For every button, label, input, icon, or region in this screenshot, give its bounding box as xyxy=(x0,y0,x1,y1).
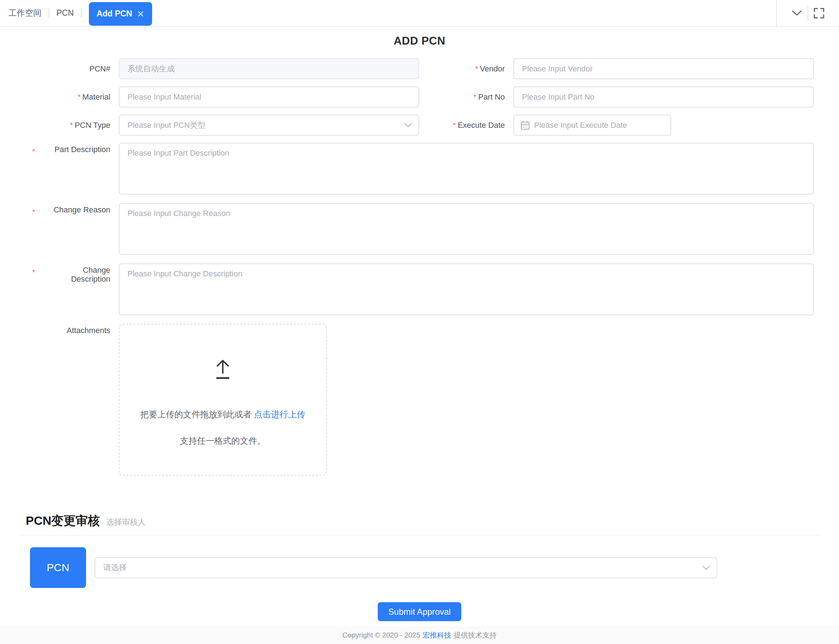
page-footer: Copyright © 2020 - 2025 宏推科技 提供技术支持 xyxy=(0,626,839,644)
upload-icon xyxy=(211,357,235,381)
pcn-number-field-cell xyxy=(119,58,419,79)
copyright-text: Copyright © 2020 - 2025 xyxy=(342,631,420,639)
required-marker: * xyxy=(70,121,73,130)
part-description-label: * Part Description xyxy=(32,143,110,156)
tab-pcn[interactable]: PCN xyxy=(56,8,74,18)
vendor-input[interactable] xyxy=(513,58,814,79)
submit-row: Submit Approval xyxy=(0,602,839,621)
calendar-icon xyxy=(520,121,530,130)
tab-divider xyxy=(81,8,82,18)
part-no-label: *Part No xyxy=(428,86,505,107)
material-label: *Material xyxy=(32,86,110,107)
section-divider xyxy=(20,535,819,536)
required-marker: * xyxy=(453,121,456,130)
part-no-input[interactable] xyxy=(513,86,814,107)
attachments-field-cell: 把要上传的文件拖放到此或者 点击进行上传 支持任一格式的文件。 xyxy=(119,324,814,475)
submit-approval-button[interactable]: Submit Approval xyxy=(378,602,461,621)
required-marker: * xyxy=(32,205,35,216)
tab-add-pcn-label: Add PCN xyxy=(97,9,133,18)
execute-date-placeholder: Please Input Execute Date xyxy=(534,121,627,130)
footer-suffix: 提供技术支持 xyxy=(454,631,497,640)
approver-select[interactable]: 请选择 xyxy=(95,557,717,578)
close-tab-icon[interactable] xyxy=(137,10,144,18)
execute-date-picker[interactable]: Please Input Execute Date xyxy=(513,115,671,136)
attachments-label: Attachments xyxy=(32,324,110,335)
pcn-type-placeholder: Please Input PCN类型 xyxy=(128,120,206,131)
tabbar-actions xyxy=(776,0,839,26)
material-field-cell xyxy=(119,86,419,107)
tab-workspace[interactable]: 工作空间 xyxy=(8,8,41,18)
review-section-subtitle: 选择审核人 xyxy=(107,517,146,527)
execute-date-field-cell: Please Input Execute Date xyxy=(513,115,814,136)
required-marker: * xyxy=(475,64,478,73)
approver-placeholder: 请选择 xyxy=(103,562,127,573)
approver-row: PCN 请选择 xyxy=(20,547,819,588)
pcn-number-label: PCN# xyxy=(32,58,110,79)
chevron-down-icon xyxy=(702,565,710,570)
page-title: ADD PCN xyxy=(0,34,839,48)
company-link[interactable]: 宏推科技 xyxy=(423,631,451,640)
tab-bar: 工作空间 PCN Add PCN xyxy=(0,0,839,27)
click-to-upload-link[interactable]: 点击进行上传 xyxy=(254,409,305,419)
pcn-type-field-cell: Please Input PCN类型 xyxy=(119,115,419,136)
review-header: PCN变更审核 选择审核人 xyxy=(20,513,819,529)
chevron-down-icon xyxy=(404,123,412,127)
add-pcn-form: PCN# *Vendor *Material *Part No *PCN Typ… xyxy=(32,58,814,475)
tab-divider xyxy=(49,8,49,18)
change-description-label: * Change Description xyxy=(32,263,110,284)
file-dropzone[interactable]: 把要上传的文件拖放到此或者 点击进行上传 支持任一格式的文件。 xyxy=(119,324,327,475)
pcn-review-section: PCN变更审核 选择审核人 PCN 请选择 xyxy=(20,513,819,588)
pcn-step-badge[interactable]: PCN xyxy=(30,547,86,588)
change-reason-field-cell xyxy=(119,203,814,256)
pcn-type-label: *PCN Type xyxy=(32,115,110,136)
dropzone-text: 把要上传的文件拖放到此或者 点击进行上传 xyxy=(140,409,305,420)
pcn-number-input[interactable] xyxy=(119,58,419,79)
fullscreen-icon[interactable] xyxy=(808,5,830,22)
review-section-title: PCN变更审核 xyxy=(26,513,100,529)
change-reason-textarea[interactable] xyxy=(119,203,814,255)
tab-add-pcn-active[interactable]: Add PCN xyxy=(89,2,153,26)
dropzone-format-hint: 支持任一格式的文件。 xyxy=(180,435,266,447)
required-marker: * xyxy=(32,266,35,277)
chevron-down-icon[interactable] xyxy=(786,5,808,22)
required-marker: * xyxy=(77,92,81,101)
vendor-label: *Vendor xyxy=(428,58,505,79)
part-description-field-cell xyxy=(119,143,814,196)
material-input[interactable] xyxy=(119,86,419,107)
required-marker: * xyxy=(32,145,35,156)
pcn-type-select[interactable]: Please Input PCN类型 xyxy=(119,115,419,136)
required-marker: * xyxy=(473,92,477,101)
vendor-field-cell xyxy=(513,58,814,79)
execute-date-label: *Execute Date xyxy=(428,115,505,136)
part-description-textarea[interactable] xyxy=(119,143,814,195)
part-no-field-cell xyxy=(513,86,814,107)
change-description-textarea[interactable] xyxy=(119,263,814,315)
change-description-field-cell xyxy=(119,263,814,317)
change-reason-label: * Change Reason xyxy=(32,203,110,216)
